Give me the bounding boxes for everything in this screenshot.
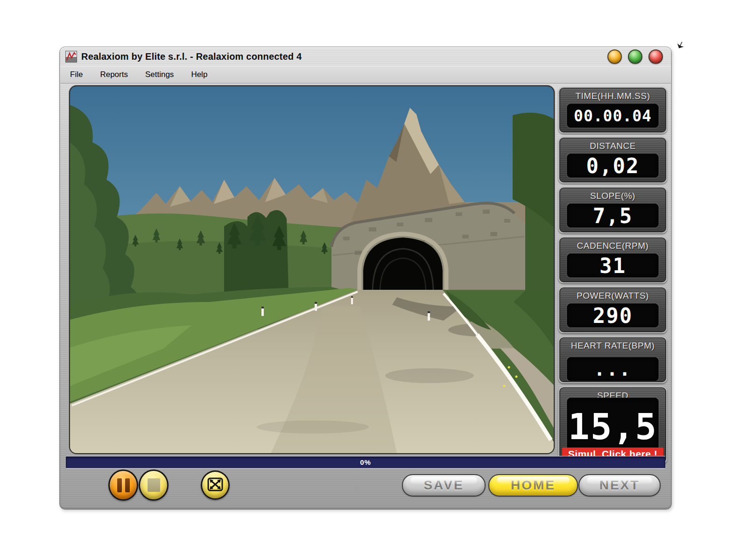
close-button[interactable] (648, 49, 663, 64)
app-window: Realaxiom by Elite s.r.l. - Realaxiom co… (59, 47, 672, 510)
app-icon (65, 51, 77, 63)
menu-item-settings[interactable]: Settings (145, 70, 174, 79)
heart-rate-value: ... (567, 357, 659, 381)
minimize-button[interactable] (607, 49, 622, 64)
stop-button[interactable] (139, 469, 169, 501)
save-button[interactable]: SAVE (402, 474, 486, 497)
home-button[interactable]: HOME (488, 474, 578, 497)
menu-item-help[interactable]: Help (191, 70, 207, 79)
progress-bar: 0% (66, 456, 665, 469)
window-title: Realaxiom by Elite s.r.l. - Realaxiom co… (81, 51, 302, 62)
titlebar: Realaxiom by Elite s.r.l. - Realaxiom co… (60, 47, 671, 66)
maximize-button[interactable] (628, 49, 642, 64)
panel-distance: DISTANCE 0,02 (558, 137, 667, 183)
distance-label: DISTANCE (559, 138, 666, 151)
video-viewport (69, 85, 555, 454)
tunnel-opening (359, 234, 446, 290)
menu-item-reports[interactable]: Reports (100, 70, 128, 79)
panel-cadence: CADENCE(RPM) 31 (558, 237, 667, 283)
panel-heart-rate: HEART RATE(BPM) ... (558, 336, 667, 383)
time-value: 00.00.04 (567, 104, 659, 128)
pause-icon (117, 478, 130, 492)
window-controls (607, 49, 666, 64)
menubar: File Reports Settings Help (60, 66, 671, 84)
power-label: POWER(WATTS) (559, 287, 666, 301)
slope-label: SLOPE(%) (559, 188, 666, 201)
fullscreen-expand-icon (207, 477, 224, 494)
power-value: 290 (567, 303, 659, 328)
cadence-label: CADENCE(RPM) (559, 238, 666, 251)
next-button[interactable]: NEXT (578, 474, 661, 497)
slope-value: 7,5 (567, 203, 659, 228)
speed-value: 15,5 (567, 398, 659, 455)
next-button-label: NEXT (599, 478, 640, 493)
progress-label: 0% (360, 458, 371, 466)
heart-rate-label: HEART RATE(BPM) (559, 337, 666, 351)
route-scene (70, 86, 554, 453)
panel-slope: SLOPE(%) 7,5 (558, 187, 667, 233)
panel-time: TIME(HH.MM.SS) 00.00.04 (558, 87, 667, 133)
metrics-sidebar: TIME(HH.MM.SS) 00.00.04 DISTANCE 0,02 SL… (558, 87, 667, 464)
panel-power: POWER(WATTS) 290 (558, 287, 667, 333)
time-label: TIME(HH.MM.SS) (559, 88, 666, 101)
pause-button[interactable] (108, 469, 138, 501)
mouse-cursor (676, 40, 686, 52)
panel-speed: SPEED 15,5 Simul. Click here ! (558, 386, 667, 464)
save-button-label: SAVE (423, 478, 464, 493)
cadence-value: 31 (567, 253, 659, 278)
menu-item-file[interactable]: File (70, 70, 83, 79)
distance-value: 0,02 (567, 154, 659, 178)
home-button-label: HOME (511, 478, 556, 493)
fullscreen-button[interactable] (201, 470, 230, 500)
stop-icon (148, 478, 160, 492)
